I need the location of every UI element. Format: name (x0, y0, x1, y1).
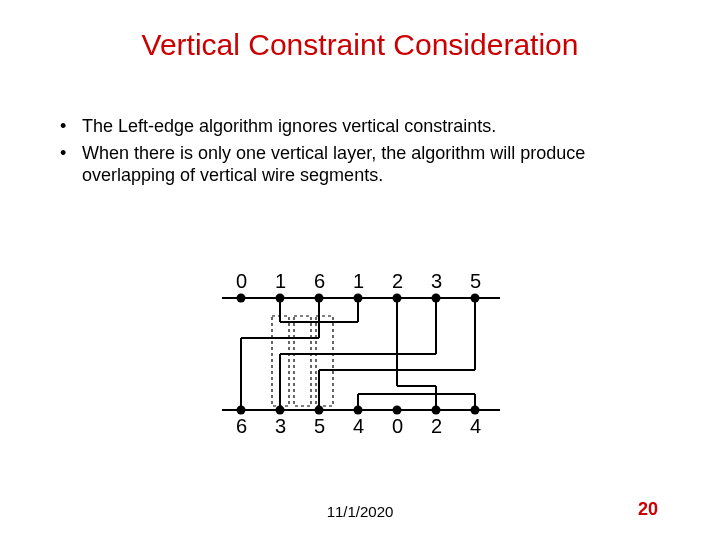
svg-point-34 (393, 406, 402, 415)
svg-point-31 (276, 406, 285, 415)
pin-label: 3 (417, 270, 456, 293)
svg-point-33 (354, 406, 363, 415)
slide: Vertical Constraint Consideration • The … (0, 0, 720, 540)
bullet-text: When there is only one vertical layer, t… (82, 142, 660, 187)
bullet-item: • When there is only one vertical layer,… (60, 142, 660, 187)
svg-point-32 (315, 406, 324, 415)
footer-page-number: 20 (638, 499, 658, 520)
pin-label: 2 (417, 415, 456, 438)
svg-point-35 (432, 406, 441, 415)
svg-point-30 (237, 406, 246, 415)
svg-point-36 (471, 406, 480, 415)
bullet-item: • The Left-edge algorithm ignores vertic… (60, 115, 660, 138)
svg-point-27 (393, 294, 402, 303)
bullet-dot: • (60, 142, 82, 187)
bottom-pin-labels: 6 3 5 4 0 2 4 (222, 415, 495, 438)
pin-label: 0 (222, 270, 261, 293)
pin-label: 2 (378, 270, 417, 293)
top-pin-labels: 0 1 6 1 2 3 5 (222, 270, 495, 293)
svg-point-28 (432, 294, 441, 303)
pin-label: 6 (222, 415, 261, 438)
pin-label: 1 (261, 270, 300, 293)
pin-label: 5 (456, 270, 495, 293)
pin-label: 4 (339, 415, 378, 438)
bullet-text: The Left-edge algorithm ignores vertical… (82, 115, 660, 138)
bullet-dot: • (60, 115, 82, 138)
pin-label: 6 (300, 270, 339, 293)
svg-point-24 (276, 294, 285, 303)
svg-point-26 (354, 294, 363, 303)
pin-label: 5 (300, 415, 339, 438)
pin-label: 4 (456, 415, 495, 438)
slide-title: Vertical Constraint Consideration (0, 28, 720, 62)
footer-date: 11/1/2020 (0, 503, 720, 520)
svg-rect-3 (294, 316, 311, 406)
slide-body: • The Left-edge algorithm ignores vertic… (60, 115, 660, 191)
pin-label: 3 (261, 415, 300, 438)
pin-label: 1 (339, 270, 378, 293)
svg-point-25 (315, 294, 324, 303)
svg-point-29 (471, 294, 480, 303)
svg-point-23 (237, 294, 246, 303)
routing-diagram: 0 1 6 1 2 3 5 6 3 5 4 0 2 4 (222, 270, 500, 440)
pin-label: 0 (378, 415, 417, 438)
